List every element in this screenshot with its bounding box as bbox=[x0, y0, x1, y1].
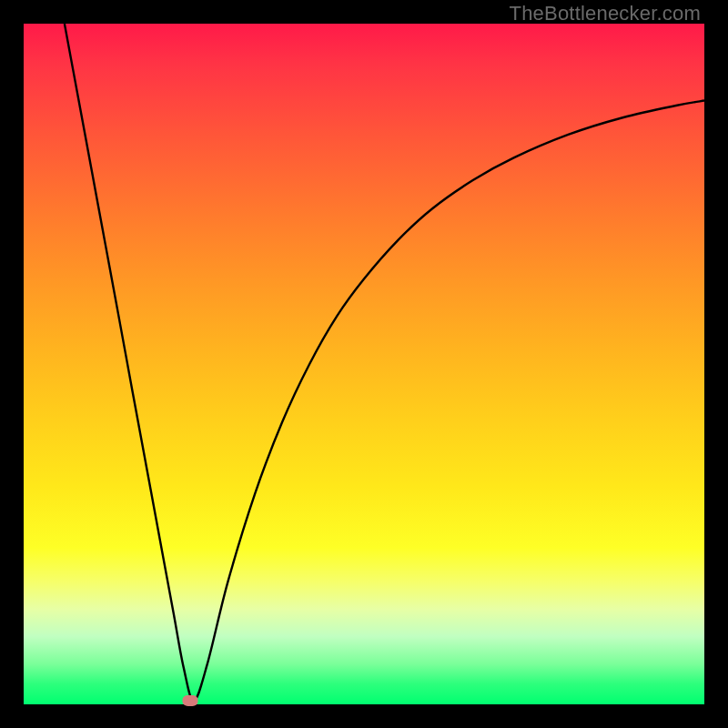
bottleneck-curve bbox=[24, 24, 704, 704]
plot-area bbox=[24, 24, 704, 704]
optimal-point-marker bbox=[183, 695, 198, 706]
attribution-text: TheBottlenecker.com bbox=[510, 2, 701, 25]
chart-frame bbox=[24, 24, 704, 704]
